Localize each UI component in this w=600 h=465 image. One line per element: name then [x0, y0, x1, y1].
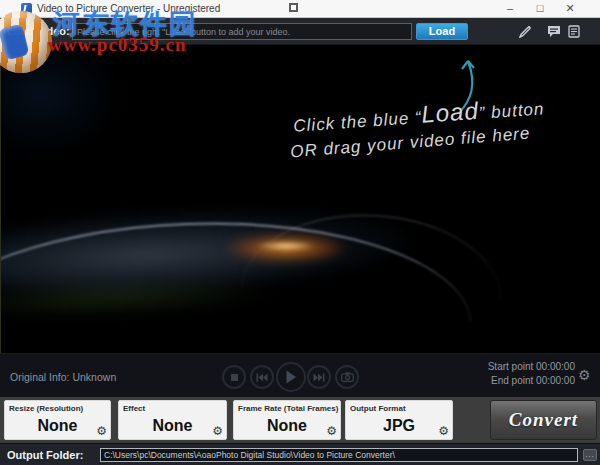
effect-panel[interactable]: Effect None ⚙: [118, 400, 227, 440]
video-preview-area[interactable]: Click the blue “Load” button OR drag you…: [0, 45, 600, 353]
play-button[interactable]: [276, 362, 306, 392]
output-folder-bar: Output Folder: ...: [0, 443, 600, 465]
maximize-button[interactable]: □: [526, 0, 554, 17]
resize-gear-icon[interactable]: ⚙: [96, 424, 107, 438]
trim-points: Start point 00:00:00 End point 00:00:00: [430, 360, 575, 388]
output-folder-label: Output Folder:: [7, 449, 83, 461]
resize-panel-value: None: [5, 417, 110, 435]
effect-panel-label: Effect: [123, 404, 145, 413]
hint-line1-suffix: ” button: [478, 99, 545, 123]
hint-line1-prefix: Click the blue “: [293, 108, 422, 136]
pencil-icon[interactable]: [516, 23, 534, 39]
effect-gear-icon[interactable]: ⚙: [212, 424, 223, 438]
minimize-button[interactable]: –: [496, 0, 524, 17]
output-format-panel-label: Output Format: [350, 404, 406, 413]
load-video-label: Load Video:: [7, 25, 70, 37]
hint-line1-load-word: Load: [420, 97, 479, 128]
next-frame-button[interactable]: [307, 365, 331, 389]
frame-rate-panel-value: None: [234, 417, 340, 435]
floating-square-icon: [289, 3, 298, 12]
app-window: Video to Picture Converter - Unregistere…: [0, 0, 600, 465]
output-format-panel-value: JPG: [346, 417, 452, 435]
resize-panel[interactable]: Resize (Resolution) None ⚙: [4, 400, 111, 440]
output-folder-input[interactable]: [100, 448, 578, 462]
effect-panel-value: None: [119, 417, 226, 435]
window-title: Video to Picture Converter - Unregistere…: [37, 3, 220, 14]
settings-row: Resize (Resolution) None ⚙ Effect None ⚙…: [0, 397, 600, 443]
corner-blue-haze: [0, 45, 121, 155]
document-icon[interactable]: [565, 23, 583, 39]
load-button[interactable]: Load: [416, 23, 468, 40]
stop-button[interactable]: [222, 365, 246, 389]
playback-control-bar: Original Info: Unknown Start point 00:00…: [0, 353, 600, 397]
convert-button[interactable]: Convert: [490, 400, 597, 440]
swoosh-orange-core: [256, 241, 316, 251]
load-toolbar: Load Video: Load: [0, 18, 600, 45]
titlebar: Video to Picture Converter - Unregistere…: [0, 0, 600, 18]
video-path-input[interactable]: [72, 23, 412, 40]
frame-rate-panel[interactable]: Frame Rate (Total Frames) None ⚙: [233, 400, 341, 440]
message-icon[interactable]: [545, 23, 563, 39]
original-info-label: Original Info: Unknown: [10, 371, 116, 383]
output-format-panel[interactable]: Output Format JPG ⚙: [345, 400, 453, 440]
end-point-label: End point 00:00:00: [430, 374, 575, 388]
app-icon: [21, 3, 32, 14]
frame-rate-panel-label: Frame Rate (Total Frames): [238, 404, 338, 413]
browse-button[interactable]: ...: [583, 449, 597, 461]
close-button[interactable]: ✕: [556, 0, 584, 17]
start-point-label: Start point 00:00:00: [430, 360, 575, 374]
frame-rate-gear-icon[interactable]: ⚙: [326, 424, 337, 438]
snapshot-button[interactable]: [335, 365, 359, 389]
output-format-gear-icon[interactable]: ⚙: [438, 424, 449, 438]
previous-frame-button[interactable]: [250, 365, 274, 389]
resize-panel-label: Resize (Resolution): [9, 404, 83, 413]
trim-settings-gear-icon[interactable]: ⚙: [578, 367, 591, 383]
